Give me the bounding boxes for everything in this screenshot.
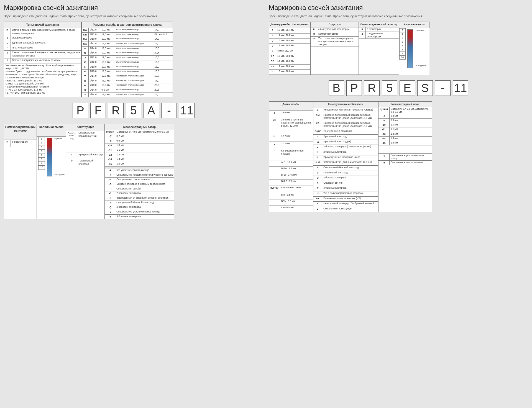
cell: 11,2 мм — [280, 142, 313, 149]
cell: B-EF--17.5 мм — [280, 173, 313, 179]
cell: Коническая плотная посадка — [115, 74, 153, 79]
cell: с резистором — [366, 27, 399, 32]
cell: пустой — [269, 186, 280, 193]
code-char: - — [161, 103, 177, 118]
cell: IX — [313, 140, 322, 145]
cell: Платиновая свеча — [11, 46, 81, 51]
gap-header: Межэлектродный зазор — [105, 124, 174, 130]
gap-empty: пустой — [105, 130, 115, 134]
cell: F — [269, 149, 280, 160]
cell: Компактный тип (Длина изолятора: 14,5 мм… — [322, 160, 378, 166]
cell: Ø14.0 — [89, 46, 100, 51]
cell: X — [82, 88, 89, 93]
code-char: - — [435, 80, 451, 96]
cell: -LM — [313, 160, 322, 166]
code-char: 5 — [382, 80, 397, 96]
cell: -14 — [105, 157, 115, 162]
cell: I — [4, 36, 11, 41]
cell: Тип с поверхностным разрядом или дополни… — [317, 36, 359, 47]
cell: 19,0 мм — [100, 70, 115, 74]
cell: G,GV — [313, 129, 322, 135]
subtitle: Здесь приведена стандартная надпись типа… — [269, 14, 528, 18]
cell: без уплотнительного кольца — [115, 168, 174, 173]
code-char: P — [73, 103, 88, 118]
cell: Ø10.0 — [89, 70, 100, 74]
heat-cold-r: холодные — [416, 64, 428, 67]
code-char: E — [400, 80, 415, 96]
length-header: Длина резьбы — [269, 102, 313, 111]
cell: 0,9 мм — [115, 139, 174, 143]
cell: Стандартный тип — [322, 181, 378, 186]
heat-num: 2 — [399, 28, 405, 32]
cell: -14 — [378, 136, 390, 141]
cell: -D — [105, 173, 115, 178]
heat-num: 4 — [39, 141, 45, 145]
cell: E — [269, 49, 276, 54]
cell: BPM--9.5 мм — [280, 199, 313, 206]
cell: 11,2 мм — [100, 79, 115, 83]
cell: Уплотнительное кольцо — [115, 70, 153, 74]
cell: 3 боковых электрода — [322, 186, 378, 191]
cell: P — [311, 27, 317, 32]
cell: Промежуточное калильное число — [322, 155, 378, 160]
cell: Наклонно выполненный боковой электрод. К… — [322, 113, 378, 121]
cell: 1,4 мм — [389, 136, 432, 141]
cell: B — [313, 108, 322, 113]
heat-header-r: Калильное число — [399, 22, 429, 28]
cell: Bi-Hex 14.0 — [153, 32, 173, 37]
cell: Ø14.0 — [89, 79, 100, 83]
cell: Ø12.0 — [89, 42, 100, 47]
cell: с выступающим изолятором — [317, 27, 359, 32]
cell: 1,5 мм — [115, 162, 174, 167]
cell: F — [82, 46, 89, 51]
heat-hot-label: горячие — [54, 137, 65, 140]
cell: H — [269, 134, 280, 142]
cell: -T — [105, 214, 115, 219]
cell: Иридиевая свеча — [11, 36, 81, 41]
cell: VX — [313, 196, 322, 202]
cell: T — [82, 74, 89, 79]
cell: D — [269, 44, 276, 49]
cell: -A — [105, 168, 115, 173]
cell: Компактная свеча — [317, 32, 359, 36]
code-char: 11 — [453, 80, 468, 96]
cell: 1,0 мм — [389, 123, 432, 127]
features-table: Конструктивные особенности BНеподвижная … — [313, 101, 378, 212]
cell — [269, 173, 280, 179]
cell: 1,1 мм — [389, 127, 432, 132]
cell: Коническая плотная посадка — [115, 83, 153, 88]
cell: Гоночная свеча зажигания — [322, 129, 378, 135]
cell: BM---9.5 мм — [280, 193, 313, 199]
cell: -S — [105, 210, 115, 215]
cell: Свеча с повышенной надёжностью зажигания… — [11, 28, 81, 36]
cell: Уплотнительное кольцо — [115, 88, 153, 93]
cell: 3 боковых электрода — [115, 214, 174, 219]
cell: Тип с полуповерхностным разрядом — [322, 191, 378, 197]
cell: KB — [82, 32, 89, 37]
cell: Специальное покрытие металлического корп… — [115, 173, 174, 178]
cell: -G — [105, 182, 115, 187]
cell: -13 — [105, 153, 115, 157]
cell: Уплотнительное кольцо — [115, 37, 153, 42]
cell: 4 боковых электрода — [115, 205, 174, 210]
code-char: 11 — [179, 103, 195, 118]
cell — [269, 193, 280, 199]
cell: Ø14.0 — [89, 51, 100, 56]
length-table: Длина резьбы E19,0 ммEH19,0 мм, с частич… — [269, 101, 313, 212]
resistor-table-right: Помехоподавляющий резистор Rс резистором… — [359, 22, 399, 75]
cell: Специальное уплотнительное кольцо — [389, 153, 432, 160]
top-tables-left: Типы свечей зажигания DСвеча с повышенно… — [4, 22, 263, 97]
cell: 19,0 мм — [100, 37, 115, 42]
cell: 14 мм / 16,0 мм — [276, 59, 310, 65]
cell: Коническая плотная посадка — [115, 79, 153, 83]
cell: -N — [105, 201, 115, 205]
cell: I — [66, 153, 77, 159]
cell — [269, 179, 280, 186]
cell: Ø12.0 — [89, 56, 100, 60]
cell: 14 мм / 20,8 мм — [276, 33, 310, 39]
cell: -H — [105, 187, 115, 191]
thread-diam-header: Диаметр резьбы / Шестигранник — [269, 22, 310, 28]
cell: 0,7 мм — [115, 134, 174, 139]
gap-empty-desc: Мотоцикл: 0,7-0.8 мм Автомобиль: 0.8-0.9… — [115, 130, 174, 134]
cell — [269, 166, 280, 173]
